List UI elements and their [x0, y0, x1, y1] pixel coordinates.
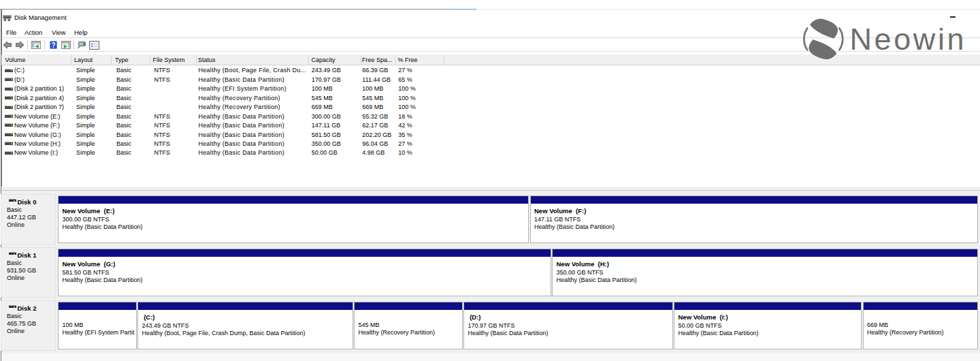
svg-text:?: ? — [51, 42, 55, 49]
svg-text:Neowin: Neowin — [850, 22, 967, 57]
